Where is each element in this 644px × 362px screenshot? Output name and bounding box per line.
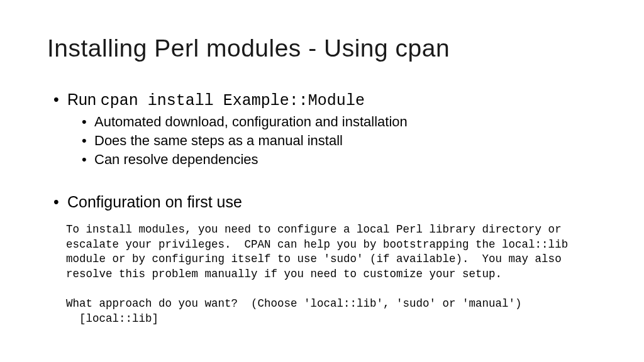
sub-bullet-same-steps: Does the same steps as a manual install xyxy=(82,133,597,149)
code-output: To install modules, you need to configur… xyxy=(66,222,597,326)
sub-bullet-dependencies: Can resolve dependencies xyxy=(82,151,597,168)
bullet-run-cpan: Run cpan install Example::Module xyxy=(53,90,597,110)
sub-bullet-automated: Automated download, configuration and in… xyxy=(82,114,597,130)
bullet-run-prefix: Run xyxy=(67,90,101,108)
slide-title: Installing Perl modules - Using cpan xyxy=(47,35,597,62)
bullet-run-command: cpan install Example::Module xyxy=(101,92,365,110)
bullet-configuration: Configuration on first use xyxy=(53,193,597,211)
